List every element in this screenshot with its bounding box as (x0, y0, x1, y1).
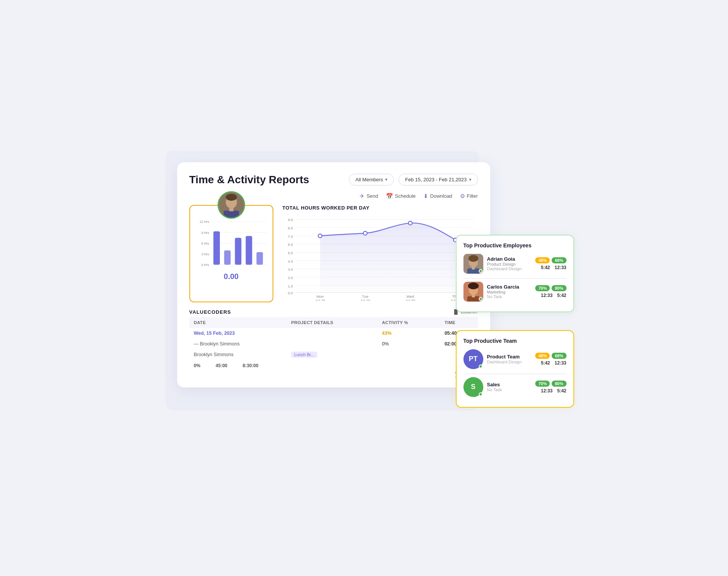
team-avatar-2: S (463, 377, 483, 397)
team-1-info: Product Team Dashboard Design (487, 354, 532, 364)
svg-text:Jul 28: Jul 28 (315, 298, 325, 301)
team-2-time-2: 5:42 (557, 388, 566, 394)
employees-card: Top Productive Employees Adrian Goia Pro… (456, 235, 574, 312)
main-card: Time & Activity Reports All Members ▾ Fe… (177, 162, 490, 387)
emp-2-badges: 70% 80% (535, 285, 566, 291)
emp-2-online-indicator (479, 297, 483, 301)
team-row-1: PT Product Team Dashboard Design 48% 68%… (463, 349, 567, 369)
table-row: Brooklyn Simmons Lunch Br... (189, 349, 478, 360)
team-row-2: S Sales No Task 70% 80% 12:33 5:42 (463, 377, 567, 397)
emp-1-times: 5:42 12:33 (541, 265, 567, 270)
svg-text:Jul 30: Jul 30 (405, 298, 415, 301)
emp-2-name: Carlos Garcia (487, 284, 532, 290)
stat-2: 8:30:00 (243, 363, 258, 368)
employees-card-title: Top Productive Employees (463, 242, 567, 248)
avatar-image (219, 192, 244, 218)
page-title: Time & Activity Reports (189, 174, 309, 186)
emp-1-stats: 48% 68% 5:42 12:33 (535, 257, 566, 270)
svg-rect-19 (256, 252, 263, 265)
send-icon: ✈ (360, 193, 365, 200)
team-2-times: 12:33 5:42 (541, 388, 567, 394)
download-icon: ⬇ (423, 193, 428, 200)
emp-2-role: Marketing (487, 290, 532, 294)
emp-1-time-2: 12:33 (555, 265, 567, 270)
svg-text:0 Hrs: 0 Hrs (201, 263, 209, 267)
filter-icon: ⚙ (460, 193, 465, 200)
svg-rect-15 (213, 231, 220, 265)
download-button[interactable]: ⬇ Download (423, 193, 452, 200)
svg-text:6.0: 6.0 (287, 242, 293, 247)
filter-button[interactable]: ⚙ Filter (460, 193, 478, 200)
bar-chart-card: 12 Hrs 9 Hrs 6 Hrs 3 Hrs 0 Hrs (189, 205, 273, 302)
emp-2-badge-2: 80% (552, 285, 566, 291)
table-company: VALUECODERS (189, 309, 231, 315)
emp-2-time-2: 5:42 (557, 293, 566, 298)
svg-text:6 Hrs: 6 Hrs (201, 241, 209, 245)
team-1-badge-1: 48% (535, 353, 550, 359)
team-2-name: Sales (487, 382, 532, 387)
svg-point-42 (408, 221, 412, 225)
svg-text:8.0: 8.0 (287, 226, 293, 230)
emp-1-badge-2: 68% (552, 257, 566, 263)
date-range-label: Feb 15, 2023 - Feb 21,2023 (405, 177, 467, 182)
emp-1-task: Dashboard Design (487, 266, 532, 271)
date-range-dropdown[interactable]: Feb 15, 2023 - Feb 21,2023 ▾ (399, 174, 478, 186)
user-avatar (218, 191, 245, 219)
download-label: Download (430, 193, 452, 199)
emp-2-time-1: 12:33 (541, 293, 553, 298)
header-controls: All Members ▾ Feb 15, 2023 - Feb 21,2023… (349, 174, 478, 186)
table-section: VALUECODERS ▐▌ Column: DATE PROJECT DETA… (189, 309, 478, 378)
employee-row-1: Adrian Goia Product Design Dashboard Des… (463, 254, 567, 274)
team-1-time-1: 5:42 (541, 360, 550, 366)
svg-text:0.0: 0.0 (287, 291, 293, 295)
divider-1 (463, 278, 567, 279)
schedule-button[interactable]: 📅 Schedule (386, 193, 416, 200)
emp-1-time-1: 5:42 (541, 265, 550, 270)
team-1-task: Dashboard Design (487, 360, 532, 364)
bar-value: 0.00 (195, 272, 267, 281)
svg-text:4.0: 4.0 (287, 259, 293, 263)
members-dropdown[interactable]: All Members ▾ (349, 174, 394, 186)
activity-cell: 43% (377, 328, 440, 339)
emp-1-online-indicator (479, 269, 483, 273)
svg-rect-3 (223, 210, 239, 217)
emp-2-stats: 70% 80% 12:33 5:42 (535, 285, 566, 298)
send-button[interactable]: ✈ Send (360, 193, 378, 200)
team-1-stats: 48% 68% 5:42 12:33 (535, 353, 566, 366)
svg-rect-16 (224, 250, 231, 265)
col-time: TIME (440, 317, 478, 328)
chevron-down-icon: ▾ (385, 177, 387, 182)
team-2-online (479, 392, 483, 396)
name-cell-2: Brooklyn Simmons (189, 349, 287, 360)
svg-rect-56 (472, 266, 475, 269)
svg-text:3.0: 3.0 (287, 267, 293, 271)
charts-row: 12 Hrs 9 Hrs 6 Hrs 3 Hrs 0 Hrs (189, 205, 478, 302)
date-cell: Wed, 15 Feb, 2023 (189, 328, 287, 339)
stat-0: 0% (194, 363, 200, 368)
svg-text:Wed: Wed (406, 294, 414, 298)
svg-text:Tue: Tue (362, 294, 368, 298)
activity-table: DATE PROJECT DETAILS ACTIVITY % TIME Wed… (189, 317, 478, 360)
svg-text:9 Hrs: 9 Hrs (201, 231, 209, 234)
stat-1: 45:00 (216, 363, 228, 368)
col-date: DATE (189, 317, 287, 328)
team-1-badge-2: 68% (552, 353, 566, 359)
emp-avatar-1 (463, 254, 483, 274)
team-1-time-2: 12:33 (555, 360, 567, 366)
team-2-initials: S (471, 383, 475, 391)
members-label: All Members (355, 177, 383, 182)
team-2-badge-1: 70% (535, 381, 550, 387)
scene: Time & Activity Reports All Members ▾ Fe… (154, 139, 574, 437)
svg-rect-4 (229, 208, 233, 211)
emp-2-badge-1: 70% (535, 285, 550, 291)
svg-rect-61 (472, 294, 475, 297)
team-2-stats: 70% 80% 12:33 5:42 (535, 381, 566, 394)
line-chart-title: TOTAL HOURS WORKED PER DAY (282, 205, 478, 211)
team-1-badges: 48% 68% (535, 353, 566, 359)
svg-point-2 (226, 194, 237, 200)
activity-cell-3 (377, 349, 440, 360)
team-avatar-1: PT (463, 349, 483, 369)
line-chart-svg: 9.0 8.0 7.0 6.0 5.0 4.0 3.0 2.0 1.0 0.0 (282, 213, 478, 301)
svg-text:2.0: 2.0 (287, 276, 293, 280)
table-header: DATE PROJECT DETAILS ACTIVITY % TIME (189, 317, 478, 328)
